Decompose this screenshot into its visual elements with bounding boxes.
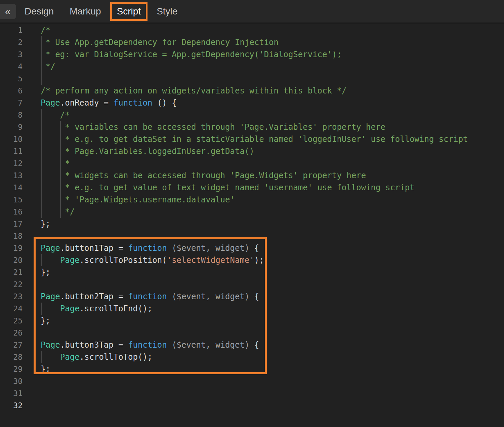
code-text: * widgets can be accessed through 'Page.… [41, 169, 366, 182]
line-number[interactable]: 8 [0, 109, 23, 121]
code-text: }; [41, 218, 50, 230]
code-line[interactable]: 28 Page.scrollToTop(); [0, 351, 504, 363]
line-number[interactable]: 21 [0, 266, 23, 278]
line-number[interactable]: 20 [0, 254, 23, 266]
code-line[interactable]: 19Page.button1Tap = function ($event, wi… [0, 242, 504, 254]
code-text: Page.scrollToEnd(); [41, 303, 152, 315]
indent-guide [41, 73, 42, 85]
line-number[interactable]: 13 [0, 169, 23, 182]
code-line[interactable]: 13 * widgets can be accessed through 'Pa… [0, 169, 504, 182]
line-number[interactable]: 25 [0, 315, 23, 327]
code-text: * [41, 157, 70, 169]
code-line[interactable]: 16 */ [0, 206, 504, 218]
code-line[interactable]: 12 * [0, 157, 504, 169]
line-number[interactable]: 1 [0, 24, 23, 36]
line-number[interactable]: 11 [0, 145, 23, 157]
script-editor-app: « DesignMarkupScriptStyle 1/*2 * Use App… [0, 0, 504, 427]
code-editor[interactable]: 1/*2 * Use App.getDependency for Depende… [0, 24, 504, 427]
line-number[interactable]: 15 [0, 194, 23, 206]
code-text: }; [41, 315, 50, 327]
line-number[interactable]: 14 [0, 182, 23, 194]
code-line[interactable]: 21}; [0, 266, 504, 278]
code-text: * variables can be accessed through 'Pag… [41, 121, 385, 133]
line-number[interactable]: 31 [0, 387, 23, 399]
line-number[interactable]: 3 [0, 48, 23, 61]
code-text: /* [41, 109, 70, 121]
code-text: * Page.Variables.loggedInUser.getData() [41, 145, 254, 157]
collapse-panel-button[interactable]: « [0, 4, 16, 19]
code-line[interactable]: 3 * eg: var DialogService = App.getDepen… [0, 48, 504, 61]
code-text: /* perform any action on widgets/variabl… [41, 85, 346, 97]
code-text: Page.scrollToTop(); [41, 351, 152, 363]
code-text: Page.scrollToPosition('selectWidgetName'… [41, 254, 264, 266]
line-number[interactable]: 32 [0, 399, 23, 412]
code-line[interactable]: 22 [0, 278, 504, 290]
code-line[interactable]: 2 * Use App.getDependency for Dependency… [0, 36, 504, 48]
code-text: }; [41, 363, 50, 375]
line-number[interactable]: 19 [0, 242, 23, 254]
code-line[interactable]: 11 * Page.Variables.loggedInUser.getData… [0, 145, 504, 157]
code-line[interactable]: 31 [0, 387, 504, 399]
line-number[interactable]: 27 [0, 339, 23, 351]
line-number[interactable]: 28 [0, 351, 23, 363]
line-number[interactable]: 4 [0, 61, 23, 73]
code-text: * e.g. to get dataSet in a staticVariabl… [41, 133, 468, 145]
tab-markup[interactable]: Markup [70, 6, 101, 17]
code-text: Page.onReady = function () { [41, 97, 177, 109]
code-line[interactable]: 20 Page.scrollToPosition('selectWidgetNa… [0, 254, 504, 266]
code-line[interactable]: 10 * e.g. to get dataSet in a staticVari… [0, 133, 504, 145]
editor-header: « DesignMarkupScriptStyle [0, 0, 504, 24]
code-line[interactable]: 15 * 'Page.Widgets.username.datavalue' [0, 194, 504, 206]
line-number[interactable]: 5 [0, 73, 23, 85]
code-line[interactable]: 23Page.button2Tap = function ($event, wi… [0, 290, 504, 303]
code-line[interactable]: 26 [0, 327, 504, 339]
code-text: Page.button3Tap = function ($event, widg… [41, 339, 259, 351]
code-text: Page.button2Tap = function ($event, widg… [41, 290, 259, 303]
line-number[interactable]: 10 [0, 133, 23, 145]
line-number[interactable]: 17 [0, 218, 23, 230]
code-line[interactable]: 8 /* [0, 109, 504, 121]
code-line[interactable]: 14 * e.g. to get value of text widget na… [0, 182, 504, 194]
line-number[interactable]: 16 [0, 206, 23, 218]
tab-script[interactable]: Script [110, 2, 148, 21]
code-line[interactable]: 1/* [0, 24, 504, 36]
code-text: * Use App.getDependency for Dependency I… [41, 36, 279, 48]
code-text: * eg: var DialogService = App.getDepende… [41, 48, 342, 61]
line-number[interactable]: 9 [0, 121, 23, 133]
code-text: /* [41, 24, 50, 36]
code-line[interactable]: 7Page.onReady = function () { [0, 97, 504, 109]
code-line[interactable]: 24 Page.scrollToEnd(); [0, 303, 504, 315]
line-number[interactable]: 18 [0, 230, 23, 242]
code-text: * 'Page.Widgets.username.datavalue' [41, 194, 235, 206]
tab-bar: DesignMarkupScriptStyle [25, 0, 193, 23]
code-text: * e.g. to get value of text widget named… [41, 182, 415, 194]
code-line[interactable]: 32 [0, 399, 504, 412]
code-text: Page.button1Tap = function ($event, widg… [41, 242, 259, 254]
code-line[interactable]: 6/* perform any action on widgets/variab… [0, 85, 504, 97]
tab-style[interactable]: Style [157, 6, 177, 17]
code-line[interactable]: 4 */ [0, 61, 504, 73]
line-number[interactable]: 24 [0, 303, 23, 315]
code-line[interactable]: 27Page.button3Tap = function ($event, wi… [0, 339, 504, 351]
line-number[interactable]: 22 [0, 278, 23, 290]
line-number[interactable]: 30 [0, 375, 23, 387]
chevron-double-left-icon: « [5, 6, 11, 17]
code-line[interactable]: 30 [0, 375, 504, 387]
code-line[interactable]: 17}; [0, 218, 504, 230]
code-line[interactable]: 9 * variables can be accessed through 'P… [0, 121, 504, 133]
code-line[interactable]: 29}; [0, 363, 504, 375]
tab-design[interactable]: Design [25, 6, 54, 17]
code-text: */ [41, 206, 75, 218]
line-number[interactable]: 12 [0, 157, 23, 169]
line-number[interactable]: 26 [0, 327, 23, 339]
line-number[interactable]: 23 [0, 290, 23, 303]
code-text: */ [41, 61, 55, 73]
code-line[interactable]: 5 [0, 73, 504, 85]
code-lines-container: 1/*2 * Use App.getDependency for Depende… [0, 24, 504, 412]
line-number[interactable]: 29 [0, 363, 23, 375]
line-number[interactable]: 6 [0, 85, 23, 97]
line-number[interactable]: 2 [0, 36, 23, 48]
code-line[interactable]: 25}; [0, 315, 504, 327]
code-line[interactable]: 18 [0, 230, 504, 242]
line-number[interactable]: 7 [0, 97, 23, 109]
